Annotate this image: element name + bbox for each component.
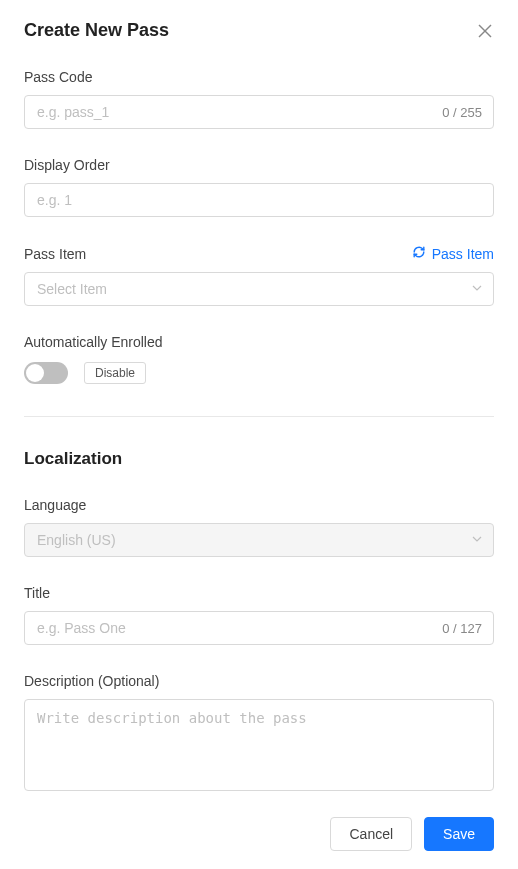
cancel-button[interactable]: Cancel <box>330 817 412 851</box>
pass-item-refresh-text: Pass Item <box>432 246 494 262</box>
pass-item-label: Pass Item <box>24 246 86 262</box>
language-select[interactable]: English (US) <box>24 523 494 557</box>
title-counter: 0 / 127 <box>442 621 482 636</box>
title-label: Title <box>24 585 50 601</box>
save-button[interactable]: Save <box>424 817 494 851</box>
pass-code-label: Pass Code <box>24 69 92 85</box>
pass-item-placeholder: Select Item <box>37 281 107 297</box>
close-icon[interactable] <box>476 22 494 40</box>
field-display-order: Display Order <box>24 157 494 217</box>
description-textarea[interactable] <box>24 699 494 791</box>
field-auto-enrolled: Automatically Enrolled Disable <box>24 334 494 384</box>
field-description: Description (Optional) 0 / 1024 <box>24 673 494 803</box>
auto-enrolled-label: Automatically Enrolled <box>24 334 163 350</box>
field-title: Title 0 / 127 <box>24 585 494 645</box>
pass-item-select[interactable]: Select Item <box>24 272 494 306</box>
pass-code-counter: 0 / 255 <box>442 105 482 120</box>
pass-item-refresh-link[interactable]: Pass Item <box>412 245 494 262</box>
toggle-knob <box>26 364 44 382</box>
auto-enrolled-toggle[interactable] <box>24 362 68 384</box>
field-pass-code: Pass Code 0 / 255 <box>24 69 494 129</box>
disable-button[interactable]: Disable <box>84 362 146 384</box>
modal-title: Create New Pass <box>24 20 169 41</box>
field-language: Language English (US) <box>24 497 494 557</box>
language-value: English (US) <box>37 532 116 548</box>
pass-code-input[interactable] <box>24 95 494 129</box>
refresh-icon <box>412 245 426 262</box>
modal-footer: Cancel Save <box>0 803 518 869</box>
create-pass-modal: Create New Pass Pass Code 0 / 255 Displa… <box>0 0 518 869</box>
localization-heading: Localization <box>24 449 494 469</box>
modal-header: Create New Pass <box>0 0 518 41</box>
description-label: Description (Optional) <box>24 673 159 689</box>
modal-body: Pass Code 0 / 255 Display Order Pass Ite… <box>0 41 518 803</box>
display-order-label: Display Order <box>24 157 110 173</box>
language-label: Language <box>24 497 86 513</box>
chevron-down-icon <box>471 281 483 297</box>
title-input[interactable] <box>24 611 494 645</box>
section-divider <box>24 416 494 417</box>
field-pass-item: Pass Item Pass Item Select Item <box>24 245 494 306</box>
display-order-input[interactable] <box>24 183 494 217</box>
chevron-down-icon <box>471 532 483 548</box>
